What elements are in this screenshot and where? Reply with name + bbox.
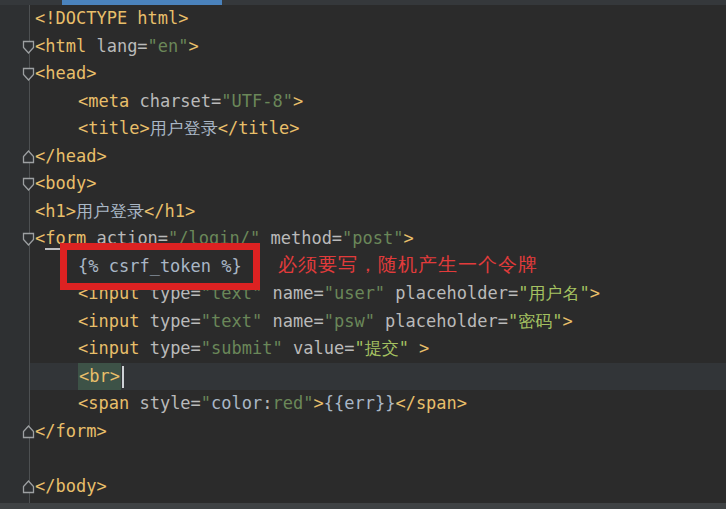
code-token: {{err}} (324, 393, 396, 413)
fold-up-icon[interactable] (22, 479, 35, 493)
code-token: > (314, 393, 324, 413)
code-line[interactable]: </form> (0, 418, 726, 446)
code-token: <input (78, 338, 150, 358)
active-tab-indicator (62, 0, 222, 5)
code-token: <br> (78, 363, 121, 390)
code-token: <body> (35, 173, 96, 193)
code-token: value= (293, 338, 354, 358)
bottom-divider (0, 503, 726, 509)
fold-down-icon[interactable] (22, 66, 35, 80)
code-token: > (562, 311, 572, 331)
code-line[interactable]: <meta charset="UTF-8"> (0, 88, 726, 116)
code-token: <h1> (35, 201, 76, 221)
code-token: > (590, 283, 600, 303)
code-token: <head> (35, 63, 96, 83)
code-token: red (273, 393, 304, 413)
fold-up-icon[interactable] (22, 424, 35, 438)
code-token: "en" (148, 36, 189, 56)
code-token: </h1> (144, 201, 195, 221)
code-token: "密码" (508, 311, 562, 331)
code-token: type= (150, 338, 201, 358)
code-line[interactable]: </head> (0, 143, 726, 171)
code-token: <html (35, 36, 96, 56)
code-token: : (262, 393, 272, 413)
code-line[interactable] (0, 445, 726, 473)
code-token: </head> (35, 146, 107, 166)
annotation-note-text: 必须要写，随机产生一个令牌 (278, 252, 538, 278)
code-token: placeholder= (395, 283, 518, 303)
fold-marker-column (0, 0, 40, 509)
code-line[interactable]: <input type="submit" value="提交" > (0, 335, 726, 363)
code-token: 用户登录 (76, 201, 144, 221)
code-token: </form> (35, 421, 107, 441)
code-token: </title> (218, 118, 300, 138)
code-token: name= (273, 311, 324, 331)
code-token: "提交" (354, 338, 419, 358)
code-token: > (404, 228, 414, 248)
code-line[interactable]: <!DOCTYPE html> (0, 5, 726, 33)
code-token: placeholder= (385, 311, 508, 331)
code-token: " (201, 393, 211, 413)
fold-down-icon[interactable] (22, 231, 35, 245)
fold-up-icon[interactable] (22, 149, 35, 163)
code-line[interactable]: <head> (0, 60, 726, 88)
code-line[interactable]: </body> (0, 473, 726, 501)
code-token: <span (78, 393, 139, 413)
code-token: </span> (395, 393, 467, 413)
fold-down-icon[interactable] (22, 39, 35, 53)
code-token: > (419, 338, 429, 358)
code-line[interactable]: <body> (0, 170, 726, 198)
code-token: name= (273, 283, 324, 303)
code-token: </body> (35, 476, 107, 496)
code-line[interactable]: <br> (0, 363, 726, 391)
code-line[interactable]: <html lang="en"> (0, 33, 726, 61)
code-token: charset= (139, 91, 221, 111)
code-token: "用户名" (518, 283, 589, 303)
code-token: "psw" (324, 311, 385, 331)
code-line[interactable]: <title>用户登录</title> (0, 115, 726, 143)
code-token: method= (260, 228, 342, 248)
code-token: <!DOCTYPE html> (35, 8, 189, 28)
code-token: "submit" (201, 338, 293, 358)
code-token: 用户登录 (150, 118, 218, 138)
code-token: type= (150, 311, 201, 331)
code-token: "user" (324, 283, 396, 303)
code-token: lang= (96, 36, 147, 56)
code-token: style= (139, 393, 200, 413)
code-token: > (189, 36, 199, 56)
ide-editor-window: <!DOCTYPE html><html lang="en"><head><me… (0, 0, 726, 509)
editor-top-border (0, 0, 726, 5)
fold-down-icon[interactable] (22, 176, 35, 190)
code-token: color (211, 393, 262, 413)
code-line[interactable]: <span style="color:red">{{err}}</span> (0, 390, 726, 418)
code-token: "text" (201, 311, 273, 331)
text-caret (122, 366, 124, 388)
code-token: <input (78, 311, 150, 331)
code-token: > (293, 91, 303, 111)
code-token: <title> (78, 118, 150, 138)
annotation-red-box (60, 243, 260, 290)
code-token: <meta (78, 91, 139, 111)
code-token: " (303, 393, 313, 413)
code-token: "post" (342, 228, 403, 248)
code-line[interactable]: <input type="text" name="psw" placeholde… (0, 308, 726, 336)
code-line[interactable]: <h1>用户登录</h1> (0, 198, 726, 226)
code-token: "UTF-8" (221, 91, 293, 111)
